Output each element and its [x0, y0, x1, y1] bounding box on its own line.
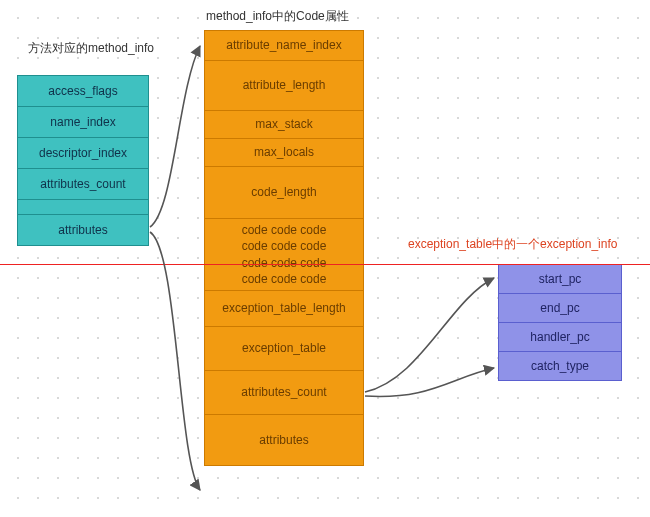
gap [18, 200, 148, 215]
field-max-stack: max_stack [205, 111, 363, 139]
field-descriptor-index: descriptor_index [18, 138, 148, 169]
field-end-pc: end_pc [499, 294, 621, 323]
title-exception-info: exception_table中的一个exception_info [408, 236, 617, 253]
field-code-length: code_length [205, 167, 363, 219]
title-code-attribute: method_info中的Code属性 [206, 8, 349, 25]
field-attribute-length: attribute_length [205, 61, 363, 111]
field-attributes-code: attributes [205, 415, 363, 465]
title-method-info: 方法对应的method_info [28, 40, 154, 57]
field-exception-table: exception_table [205, 327, 363, 371]
code-bytes-text: code code code code code code code code … [242, 222, 327, 287]
field-catch-type: catch_type [499, 352, 621, 380]
field-exception-table-length: exception_table_length [205, 291, 363, 327]
field-attribute-name-index: attribute_name_index [205, 31, 363, 61]
field-attributes-count-code: attributes_count [205, 371, 363, 415]
field-access-flags: access_flags [18, 76, 148, 107]
red-divider-line [0, 264, 650, 265]
exception-info-block: start_pc end_pc handler_pc catch_type [498, 264, 622, 381]
field-name-index: name_index [18, 107, 148, 138]
field-handler-pc: handler_pc [499, 323, 621, 352]
method-info-block: access_flags name_index descriptor_index… [17, 75, 149, 246]
field-attributes: attributes [18, 215, 148, 245]
field-attributes-count: attributes_count [18, 169, 148, 200]
field-start-pc: start_pc [499, 265, 621, 294]
field-max-locals: max_locals [205, 139, 363, 167]
field-code-bytes: code code code code code code code code … [205, 219, 363, 291]
code-attribute-block: attribute_name_index attribute_length ma… [204, 30, 364, 466]
